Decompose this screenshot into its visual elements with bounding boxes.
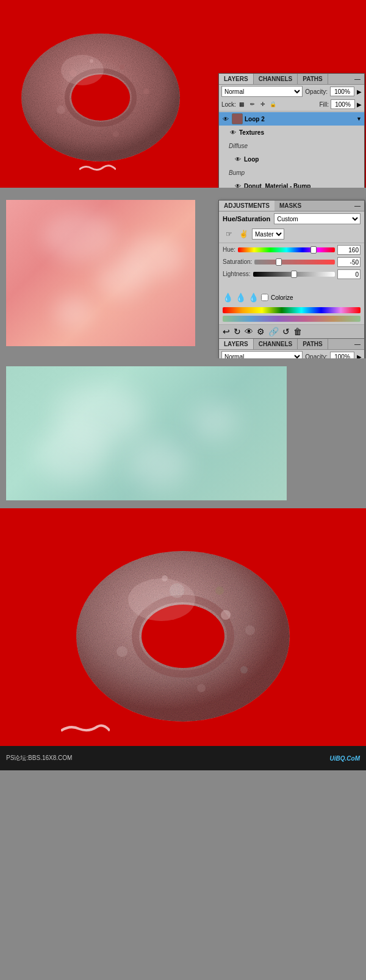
svg-point-22 [221,610,231,620]
fill-label-1: Fill: [319,101,329,108]
blend-mode-select-1[interactable]: Normal [221,86,303,97]
opacity-arrow-1[interactable]: ▶ [357,88,362,95]
lock-all-icon[interactable]: 🔒 [269,100,278,108]
eyedropper2-icon[interactable]: 💧 [235,293,246,302]
tab-adjustments[interactable]: ADJUSTMENTS [219,201,274,211]
tab-paths-1[interactable]: PATHS [298,74,328,84]
lock-row-1: Lock: ▩ ✏ ✛ 🔒 Fill: ▶ [219,98,364,110]
adj-minimize[interactable]: — [351,201,364,210]
section2: ADJUSTMENTS MASKS — Hue/Saturation Custo… [0,188,366,358]
light-label: Lightness: [223,271,251,277]
trash-icon[interactable]: 🗑 [293,327,302,336]
layer-item-loop2[interactable]: 👁 Loop 2 ▼ [219,112,364,126]
texture-blob-4 [55,297,92,328]
lock-move-icon[interactable]: ✛ [259,100,267,108]
colorize-checkbox[interactable] [261,294,268,301]
hue-value-input[interactable] [337,245,361,255]
tab-layers-1[interactable]: LAYERS [219,74,254,84]
hue-slider-row: Hue: [219,244,364,256]
layers-panel-2-tabs[interactable]: LAYERS CHANNELS PATHS — [219,339,364,350]
brush-stroke-1 [79,163,116,176]
sat-slider-container: Saturation: [223,257,361,267]
layer-label-diffuse: Diffuse [229,143,248,149]
adj-master-select[interactable]: Master [252,229,284,240]
divider-1 [219,111,364,112]
panel-minimize-2[interactable]: — [351,339,364,349]
sat-label: Saturation: [223,258,252,265]
layer-item-textures[interactable]: 👁 Textures [219,126,364,139]
svg-point-7 [113,131,119,137]
layer-arrow-loop2[interactable]: ▼ [356,116,362,122]
sat-slider-track[interactable] [254,260,335,265]
hue-slider-track[interactable] [238,247,335,252]
sat-slider-row: Saturation: [219,256,364,268]
link-icon[interactable]: 🔗 [268,327,279,336]
layer-name-loop: Loop [244,156,259,163]
adj-title-row: Hue/Saturation Custom [219,211,364,226]
lock-brush-icon[interactable]: ✏ [248,100,257,108]
tab-channels-1[interactable]: CHANNELS [254,74,298,84]
eye-icon-loop2[interactable]: 👁 [221,115,230,123]
hue-label: Hue: [223,246,235,253]
fill-input-1[interactable] [331,99,355,109]
layer-item-bump-label: Bump [219,166,364,179]
adj-title: Hue/Saturation [223,215,270,222]
light-slider-row: Lightness: [219,268,364,280]
fill-arrow-1[interactable]: ▶ [357,101,362,108]
layer-label-bump: Bump [229,169,245,176]
tab-channels-2[interactable]: CHANNELS [254,339,298,349]
layer-name-loop2: Loop 2 [245,116,265,122]
svg-point-5 [143,88,149,94]
svg-point-19 [240,666,248,673]
eye-icon-textures[interactable]: 👁 [229,128,237,137]
light-value-input[interactable] [337,269,361,279]
footer: PS论坛:BBS.16X8.COM UiBQ.CoM [0,746,366,770]
refresh-icon[interactable]: ↺ [282,327,290,336]
svg-point-4 [120,65,124,69]
colorize-row: 💧 💧 💧 Colorize [219,290,364,305]
svg-point-6 [57,105,65,114]
texture-blob-1 [43,212,116,261]
opacity-input-1[interactable] [330,87,354,96]
eyedropper3-icon[interactable]: 💧 [248,293,259,302]
donut-image-1 [12,12,189,171]
adj-panel-tabs[interactable]: ADJUSTMENTS MASKS — [219,201,364,211]
svg-point-14 [215,586,224,595]
sat-slider-thumb[interactable] [276,258,282,266]
layer-item-loop[interactable]: 👁 Loop [219,152,364,166]
settings-icon[interactable]: ⚙ [257,327,265,336]
teal-blob-4 [37,427,110,482]
light-slider-thumb[interactable] [291,271,297,278]
pink-texture-canvas [6,200,195,346]
tab-paths-2[interactable]: PATHS [298,339,328,349]
eye-icon-loop[interactable]: 👁 [234,155,242,163]
adj-spacer [219,280,364,288]
sat-value-input[interactable] [337,257,361,267]
svg-point-20 [128,578,195,621]
adj-preset-select[interactable]: Custom [274,213,361,224]
layer-item-bump[interactable]: 👁 Donut_Material - Bump [219,179,364,188]
hue-slider-thumb[interactable] [310,246,317,254]
adj-hand-icon[interactable]: ☞ [223,228,235,240]
spectrum-bar [223,307,361,313]
light-slider-track[interactable] [253,272,335,277]
eye-icon-bump[interactable]: 👁 [234,182,242,188]
undo-icon[interactable]: ↩ [223,327,230,336]
adj-master-row: ☞ ✌ Master [219,226,364,242]
brush-stroke-2 [61,722,110,737]
teal-blob-2 [128,439,189,488]
panel-minimize-1[interactable]: — [351,74,364,83]
tab-layers-2[interactable]: LAYERS [219,339,254,349]
teal-blob-3 [189,403,238,439]
eyedropper-icon[interactable]: 💧 [223,293,233,302]
lock-checkerboard-icon[interactable]: ▩ [238,100,246,108]
layer-thumb-loop2 [232,113,243,124]
reset-icon[interactable]: ↻ [234,327,241,336]
layers-panel-1-tabs[interactable]: LAYERS CHANNELS PATHS — [219,74,364,85]
tab-masks[interactable]: MASKS [274,201,306,211]
svg-point-15 [245,625,255,635]
eye-toggle-icon[interactable]: 👁 [245,327,253,336]
layer-name-bump: Donut_Material - Bump [244,183,310,188]
svg-point-21 [170,583,184,598]
adj-finger-icon[interactable]: ✌ [237,228,249,240]
